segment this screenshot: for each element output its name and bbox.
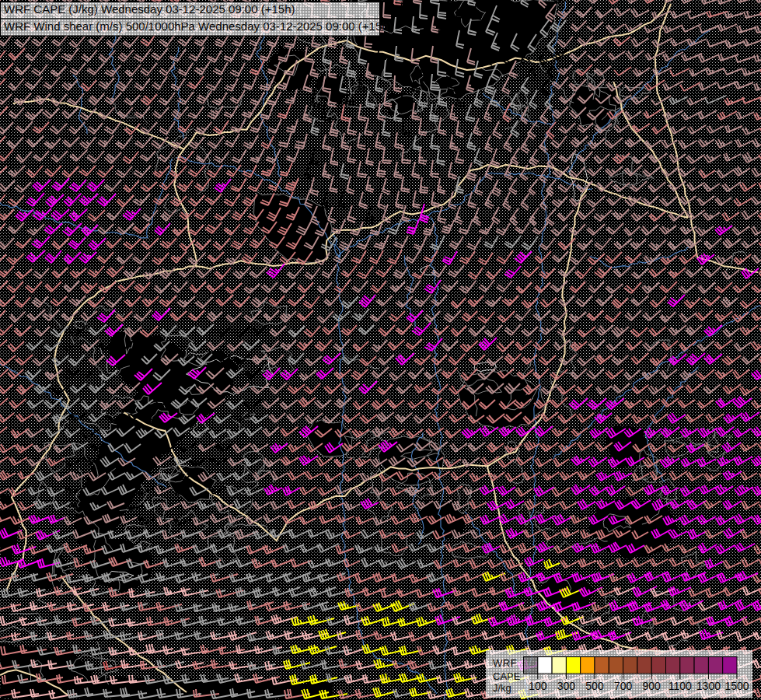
svg-text:300: 300 <box>557 680 576 692</box>
svg-text:J/kg: J/kg <box>493 682 511 694</box>
svg-text:WRF CAPE (J/kg) Wednesday 03-1: WRF CAPE (J/kg) Wednesday 03-12-2025 09:… <box>4 2 295 16</box>
svg-text:CAPE: CAPE <box>493 670 521 682</box>
svg-text:100: 100 <box>529 680 547 692</box>
svg-text:500: 500 <box>585 680 604 692</box>
svg-text:1500: 1500 <box>724 680 749 692</box>
svg-text:1100: 1100 <box>668 680 692 692</box>
svg-text:1300: 1300 <box>696 680 721 692</box>
svg-text:700: 700 <box>614 680 633 692</box>
svg-text:900: 900 <box>643 680 662 692</box>
svg-text:WRF Wind shear (m/s) 500/1000h: WRF Wind shear (m/s) 500/1000hPa Wednesd… <box>4 19 393 33</box>
svg-text:WRF: WRF <box>493 657 517 669</box>
